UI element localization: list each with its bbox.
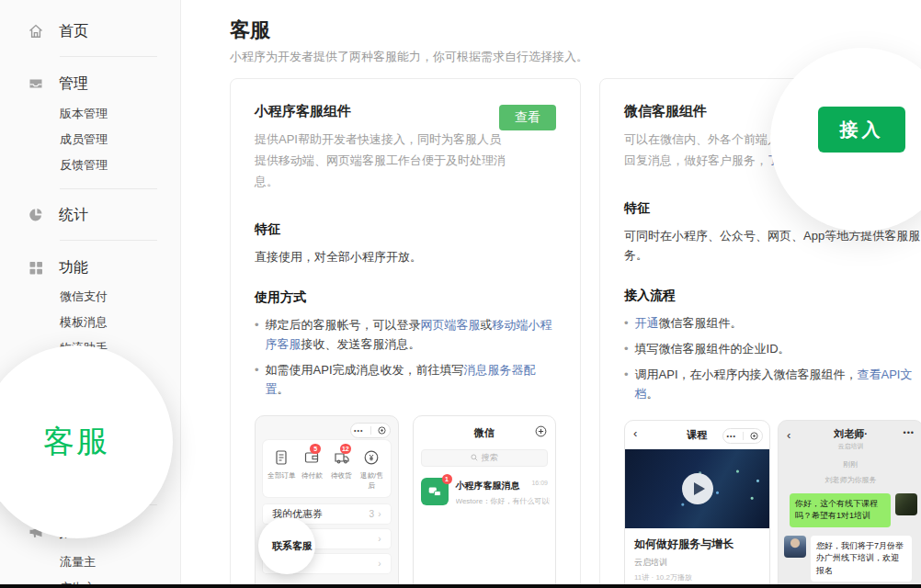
chat-timestamp: 刚刚 [779, 459, 921, 469]
more-dots-icon: ••• [354, 427, 363, 434]
avatar [895, 493, 917, 515]
sidebar-item-customer-service[interactable]: 客服 [43, 421, 109, 463]
shortcut-label: 待收货 [327, 470, 356, 480]
bullet-text: 调用API，在小程序内接入微信客服组件，查看API文档。 [635, 365, 921, 403]
course-title: 如何做好服务与增长 [634, 537, 760, 552]
bullet-dot: • [255, 315, 259, 354]
text-segment: 调用API，在小程序内接入微信客服组件， [635, 368, 858, 381]
sidebar-item-features[interactable]: 功能 [0, 256, 180, 278]
flow-bullet-1: • 开通微信客服组件。 [624, 313, 921, 333]
miniprogram-capsule: ••• [350, 423, 391, 438]
usage-bullet-2: • 如需使用API完成消息收发，前往填写消息服务器配置。 [255, 360, 556, 399]
message-bubble-incoming: 您好，我们将于7月份举办广州线下培训，欢迎报名 [811, 536, 912, 582]
sidebar-item-home[interactable]: 首页 [0, 20, 180, 42]
feature-text: 直接使用，对全部小程序开放。 [255, 248, 556, 267]
chat-contact-name: 刘老师· [779, 427, 921, 441]
chat-contact-subtitle: 云启培训 [779, 442, 921, 451]
screenshots-row: ••• 全部订单 5 待付款 [255, 415, 556, 588]
screenshots-row: ‹ 课程 ••• 如何做好服务与增长 云启培训 1 [624, 420, 921, 588]
sidebar-item-feedback[interactable]: 反馈管理 [0, 157, 180, 174]
join-button[interactable]: 接入 [818, 107, 905, 153]
message-row-outgoing: 你好，这个有线下课程吗？希望有1对1培训 [779, 485, 921, 527]
sidebar-item-version[interactable]: 版本管理 [0, 106, 180, 122]
back-icon: ‹ [787, 428, 790, 442]
chevron-right-icon: › [378, 559, 381, 569]
bullet-text: 填写微信客服组件的企业ID。 [635, 339, 790, 358]
sidebar-item-traffic[interactable]: 流量主 [0, 554, 180, 571]
phone-mockup-chat: ‹ 刘老师· 云启培训 ••• 刚刚 刘老师为你服务 你好，这个有线下课程吗？希… [778, 420, 921, 588]
shortcut-pending-payment: 5 待付款 [297, 448, 327, 491]
sidebar-item-member[interactable]: 成员管理 [0, 131, 180, 148]
divider [60, 188, 157, 189]
course-header: ‹ 课程 ••• [625, 425, 769, 446]
plus-circle-icon [535, 425, 547, 437]
text-segment: 或 [481, 318, 493, 332]
chatlist-header: 微信 [414, 424, 556, 444]
link-activate[interactable]: 开通 [635, 316, 659, 330]
inbox-icon [28, 75, 44, 92]
avatar [784, 536, 806, 558]
window-bottom-edge [0, 584, 921, 588]
back-icon: ‹ [633, 426, 637, 440]
capsule-target-icon [750, 432, 758, 440]
list-item-value: 3 [370, 509, 375, 519]
more-dots-icon: ••• [904, 428, 915, 437]
message-row-incoming: 您好，我们将于7月份举办广州线下培训，欢迎报名 [779, 527, 921, 582]
course-provider: 云启培训 [634, 557, 760, 569]
flow-heading: 接入流程 [624, 288, 921, 304]
chevron-right-icon: › [378, 509, 381, 519]
more-dots-icon: ••• [727, 433, 736, 439]
chat-header: ‹ 刘老师· 云启培训 ••• [779, 427, 921, 451]
text-segment: 如需使用API完成消息收发，前往填写 [266, 363, 464, 377]
video-thumbnail [625, 449, 769, 528]
feature-heading: 特征 [255, 221, 556, 238]
bullet-text: 如需使用API完成消息收发，前往填写消息服务器配置。 [266, 360, 556, 399]
bullet-text: 绑定后的客服帐号，可以登录网页端客服或移动端小程序客服接收、发送客服消息。 [266, 315, 556, 354]
order-shortcuts-card: 全部订单 5 待付款 12 待收货 [263, 440, 391, 497]
page-title: 客服 [230, 17, 270, 44]
search-icon [471, 454, 478, 461]
shortcut-label: 全部订单 [267, 470, 296, 480]
sidebar-subitem-label: 版本管理 [60, 106, 108, 122]
shortcut-pending-delivery: 12 待收货 [326, 448, 357, 491]
text-segment: 接收、发送客服消息。 [301, 337, 421, 351]
sidebar-item-label: 管理 [59, 74, 88, 94]
text-segment: 微信客服组件。 [659, 316, 743, 330]
course-meta: 11讲 · 10.2万播放 [634, 572, 760, 582]
page-subtitle: 小程序为开发者提供了两种客服能力，你可根据需求自行选择接入。 [230, 49, 588, 65]
view-button[interactable]: 查看 [499, 105, 556, 130]
phone-mockup-course: ‹ 课程 ••• 如何做好服务与增长 云启培训 1 [624, 420, 770, 588]
text-segment: 。 [647, 387, 659, 401]
divider [743, 432, 744, 440]
bullet-text: 开通微信客服组件。 [635, 313, 743, 333]
usage-heading: 使用方式 [255, 289, 556, 306]
sidebar-subitem-label: 流量主 [60, 554, 96, 571]
sidebar-subitem-label: 成员管理 [60, 131, 108, 148]
home-icon [28, 23, 44, 40]
course-nav-title: 课程 [688, 428, 708, 442]
chat-system-message: 刘老师为你服务 [779, 475, 921, 485]
chevron-right-icon: › [378, 534, 381, 544]
card-description: 提供API帮助开发者快速接入，同时为客服人员提供移动端、网页端客服工作台便于及时… [255, 129, 506, 192]
sidebar-item-stats[interactable]: 统计 [0, 204, 180, 226]
sidebar-item-template-msg[interactable]: 模板消息 [0, 314, 180, 331]
main-content: 客服 小程序为开发者提供了两种客服能力，你可根据需求自行选择接入。 小程序客服组… [181, 0, 921, 588]
flow-bullet-2: • 填写微信客服组件的企业ID。 [624, 339, 921, 358]
chat-list-item: 1 小程序客服消息 Westore：你好，有什么可以帮您? 16:09 [414, 470, 556, 506]
sidebar-item-manage[interactable]: 管理 [0, 73, 180, 95]
bullet-dot: • [624, 313, 629, 333]
contact-service-highlight: 联系客服 [272, 539, 313, 553]
chat-item-preview: Westore：你好，有什么可以帮您? [456, 496, 550, 506]
link-web-service[interactable]: 网页端客服 [421, 318, 481, 332]
sidebar-item-wxpay[interactable]: 微信支付 [0, 288, 180, 305]
refund-icon [357, 448, 387, 467]
feature-text: 可同时在小程序、公众号、网页、App等地方提供客服服务。 [624, 227, 921, 266]
chat-item-time: 16:09 [531, 480, 548, 486]
usage-bullet-1: • 绑定后的客服帐号，可以登录网页端客服或移动端小程序客服接收、发送客服消息。 [255, 315, 556, 354]
flow-bullet-3: • 调用API，在小程序内接入微信客服组件，查看API文档。 [624, 365, 921, 403]
sidebar-subitem-label: 模板消息 [60, 314, 108, 331]
divider [60, 240, 157, 241]
sidebar-subitem-label: 微信支付 [60, 288, 108, 305]
order-list-icon [267, 448, 297, 467]
card-miniprogram-service: 小程序客服组件 提供API帮助开发者快速接入，同时为客服人员提供移动端、网页端客… [230, 78, 581, 588]
